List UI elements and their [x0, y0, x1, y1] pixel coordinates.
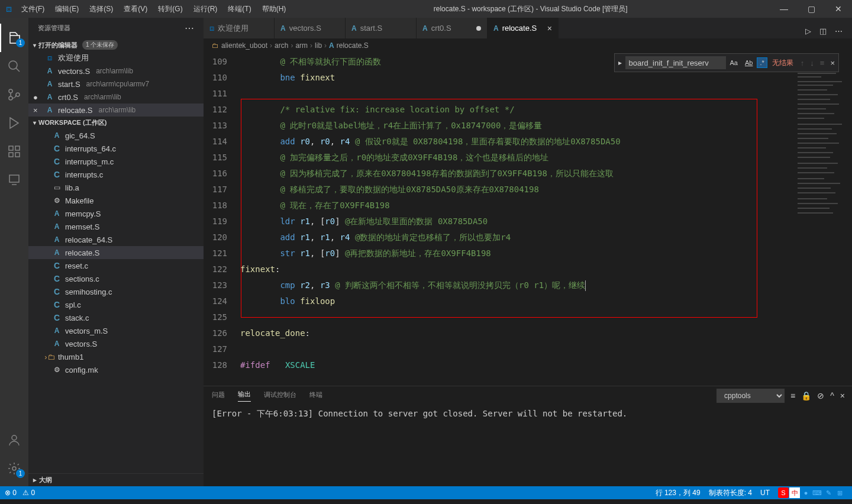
- editor-tab[interactable]: ⧈欢迎使用: [204, 18, 275, 38]
- tree-item[interactable]: Cstack.c: [28, 311, 204, 324]
- close-button[interactable]: ✕: [825, 0, 852, 18]
- tree-item[interactable]: Agic_64.S: [28, 129, 204, 142]
- account-tab[interactable]: [0, 426, 28, 454]
- tree-item[interactable]: Cinterrupts.c: [28, 168, 204, 181]
- next-match-icon[interactable]: ↓: [808, 59, 816, 67]
- close-icon[interactable]: ×: [33, 106, 41, 115]
- encoding[interactable]: UT: [760, 489, 770, 497]
- breadcrumb-item[interactable]: lib: [315, 41, 322, 50]
- file-icon: C: [52, 274, 62, 283]
- prev-match-icon[interactable]: ↑: [798, 59, 807, 67]
- match-case-button[interactable]: Aa: [727, 57, 741, 68]
- tree-item[interactable]: Amemset.S: [28, 220, 204, 233]
- tree-item[interactable]: Avectors.S: [28, 337, 204, 350]
- panel-tab[interactable]: 调试控制台: [264, 390, 296, 402]
- breadcrumb-item[interactable]: relocate.S: [337, 41, 369, 50]
- settings-badge: 1: [16, 469, 25, 478]
- tree-item[interactable]: Cspl.c: [28, 298, 204, 311]
- find-in-selection-icon[interactable]: ≡: [818, 59, 827, 67]
- more-icon[interactable]: ⋯: [185, 22, 194, 34]
- tree-item[interactable]: Avectors_m.S: [28, 324, 204, 337]
- chevron-right-icon[interactable]: ▸: [616, 59, 624, 67]
- workspace-header[interactable]: ▾ WORKSPACE (工作区): [28, 117, 204, 129]
- tree-item[interactable]: Arelocate.S: [28, 246, 204, 259]
- split-editor-icon[interactable]: ◫: [819, 27, 827, 35]
- close-panel-icon[interactable]: ×: [840, 391, 845, 400]
- editor[interactable]: 1091101111121131141151161171181191201211…: [204, 53, 852, 386]
- panel-tabs: 问题输出调试控制台终端 cpptools ≡ 🔒 ⊘ ^ ×: [204, 386, 852, 405]
- svg-point-3: [9, 96, 12, 100]
- open-editor-item[interactable]: Astart.Sarch\arm\cpu\armv7: [28, 77, 204, 91]
- output-content[interactable]: [Error - 下午6:03:13] Connection to server…: [204, 405, 852, 486]
- scm-tab[interactable]: [0, 80, 28, 109]
- find-input[interactable]: [625, 56, 726, 69]
- menu-item[interactable]: 查看(V): [119, 2, 152, 17]
- output-channel-select[interactable]: cpptools: [717, 389, 785, 403]
- menu-item[interactable]: 文件(F): [17, 2, 49, 17]
- tree-item[interactable]: Amemcpy.S: [28, 207, 204, 220]
- maximize-panel-icon[interactable]: ^: [830, 391, 834, 400]
- chevron-down-icon: ▾: [33, 119, 36, 126]
- editor-tab[interactable]: Acrt0.S: [417, 18, 488, 38]
- breadcrumb-item[interactable]: arm: [295, 41, 308, 50]
- editor-tab[interactable]: Astart.S: [346, 18, 417, 38]
- tree-item[interactable]: ▭lib.a: [28, 181, 204, 194]
- breadcrumb[interactable]: 🗀alientek_uboot › arch › arm › lib › Are…: [204, 38, 852, 53]
- panel-tab[interactable]: 输出: [238, 390, 251, 402]
- tree-item[interactable]: Cinterrupts_64.c: [28, 142, 204, 155]
- close-icon[interactable]: ×: [547, 24, 552, 33]
- breadcrumb-item[interactable]: arch: [275, 41, 288, 50]
- tree-item[interactable]: Csemihosting.c: [28, 285, 204, 298]
- menu-item[interactable]: 转到(G): [153, 2, 187, 17]
- cursor-position[interactable]: 行 123，列 49: [656, 488, 701, 498]
- panel-tab[interactable]: 问题: [212, 390, 225, 402]
- close-icon[interactable]: ●: [33, 93, 41, 102]
- maximize-button[interactable]: ▢: [798, 0, 825, 18]
- whole-word-button[interactable]: Ab: [742, 57, 756, 68]
- svg-rect-6: [9, 153, 13, 157]
- minimap[interactable]: [795, 53, 852, 386]
- tree-item[interactable]: ⚙Makefile: [28, 194, 204, 207]
- tree-item[interactable]: Creset.c: [28, 259, 204, 272]
- close-icon[interactable]: ×: [828, 59, 837, 67]
- open-editor-item[interactable]: Avectors.Sarch\arm\lib: [28, 64, 204, 77]
- regex-button[interactable]: .*: [757, 57, 767, 68]
- breadcrumb-item[interactable]: alientek_uboot: [221, 41, 267, 50]
- explorer-tab[interactable]: 1: [0, 24, 28, 52]
- menu-item[interactable]: 终端(T): [223, 2, 256, 17]
- filter-icon[interactable]: ≡: [790, 391, 795, 400]
- ime-indicator[interactable]: S 中 ● ⌨ ✎ ⊞: [778, 487, 845, 498]
- menu-item[interactable]: 编辑(E): [50, 2, 83, 17]
- code-content[interactable]: @ 不相等就执行下面的函数 bne fixnext /* relative fi…: [240, 53, 795, 386]
- menu-item[interactable]: 帮助(H): [257, 2, 291, 17]
- tree-item[interactable]: Cinterrupts_m.c: [28, 155, 204, 168]
- menu-item[interactable]: 运行(R): [189, 2, 222, 17]
- editor-tab[interactable]: Arelocate.S×: [488, 18, 559, 38]
- extensions-tab[interactable]: [0, 137, 28, 166]
- minimize-button[interactable]: —: [770, 0, 798, 18]
- remote-tab[interactable]: [0, 166, 28, 194]
- tree-item[interactable]: Csections.c: [28, 272, 204, 285]
- lock-icon[interactable]: 🔒: [801, 391, 811, 400]
- open-editors-header[interactable]: ▾ 打开的编辑器 1 个未保存: [28, 38, 204, 51]
- tree-item[interactable]: ⚙config.mk: [28, 363, 204, 376]
- open-editor-item[interactable]: ●Acrt0.Sarch\arm\lib: [28, 91, 204, 104]
- run-icon[interactable]: ▷: [805, 27, 811, 35]
- more-icon[interactable]: ⋯: [835, 27, 843, 35]
- editor-tab[interactable]: Avectors.S: [275, 18, 346, 38]
- clear-icon[interactable]: ⊘: [817, 391, 824, 400]
- settings-tab[interactable]: 1: [0, 454, 28, 483]
- open-editor-item[interactable]: ⧈欢迎使用: [28, 51, 204, 64]
- run-tab[interactable]: [0, 109, 28, 137]
- tab-size[interactable]: 制表符长度: 4: [709, 488, 752, 498]
- menu-item[interactable]: 选择(S): [85, 2, 118, 17]
- panel-tab[interactable]: 终端: [309, 390, 322, 402]
- search-tab[interactable]: [0, 52, 28, 80]
- errors-status[interactable]: ⊗ 0: [5, 489, 17, 497]
- tree-item[interactable]: Arelocate_64.S: [28, 233, 204, 246]
- tree-item[interactable]: ›🗀thumb1: [28, 350, 204, 363]
- open-editor-item[interactable]: ×Arelocate.Sarch\arm\lib: [28, 104, 204, 117]
- outline-header[interactable]: ▸ 大纲: [28, 473, 204, 486]
- file-icon: C: [52, 157, 62, 166]
- warnings-status[interactable]: ⚠ 0: [22, 489, 35, 497]
